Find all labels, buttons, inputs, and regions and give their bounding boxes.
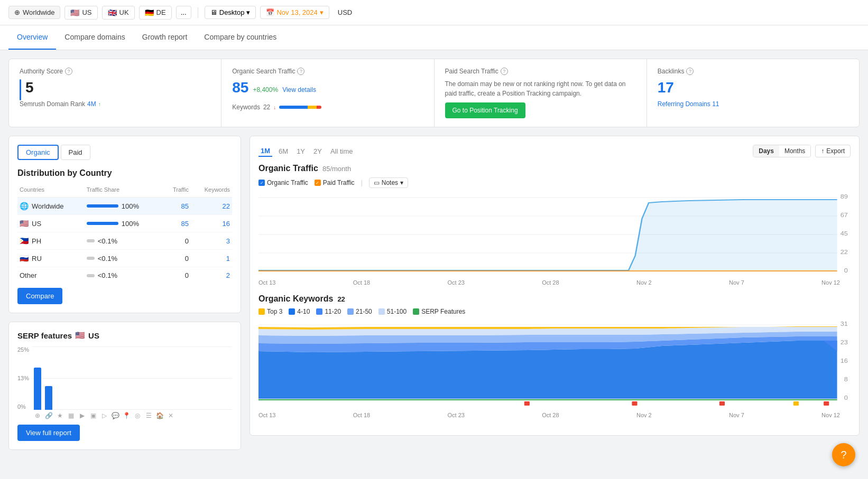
organic-search-title: Organic Search Traffic ? bbox=[232, 68, 423, 75]
time-1m[interactable]: 1M bbox=[258, 146, 272, 157]
export-btn[interactable]: ↑ Export bbox=[815, 145, 851, 157]
currency-label: USD bbox=[334, 8, 356, 16]
table-row: 🌐Worldwide 100% 85 22 bbox=[17, 198, 232, 215]
table-row: 🇵🇭PH <0.1% 0 3 bbox=[17, 232, 232, 250]
keywords-count[interactable]: 2 bbox=[191, 267, 232, 284]
months-btn[interactable]: Months bbox=[779, 145, 810, 157]
date-btn[interactable]: 📅 Nov 13, 2024 ▾ bbox=[260, 6, 329, 19]
legend-11-20: 11-20 bbox=[316, 308, 341, 315]
organic-search-card: Organic Search Traffic ? 85 +8,400% View… bbox=[221, 59, 434, 127]
time-2y[interactable]: 2Y bbox=[311, 146, 324, 157]
serp-bars-container bbox=[33, 346, 232, 410]
days-btn[interactable]: Days bbox=[753, 145, 779, 157]
toggle-paid-btn[interactable]: Paid bbox=[61, 145, 90, 160]
legend-top3: Top 3 bbox=[258, 308, 282, 315]
uk-btn[interactable]: 🇬🇧 UK bbox=[102, 6, 135, 20]
organic-traffic-title-row: Organic Traffic 85/month bbox=[258, 164, 851, 173]
de-btn[interactable]: 🇩🇪 DE bbox=[139, 6, 172, 20]
referring-row: Referring Domains 11 bbox=[658, 100, 848, 108]
legend-organic: ✓ Organic Traffic bbox=[258, 179, 308, 186]
svg-text:0: 0 bbox=[844, 395, 848, 400]
51-100-check bbox=[378, 308, 385, 315]
legend-4-10: 4-10 bbox=[289, 308, 310, 315]
svg-rect-29 bbox=[793, 401, 799, 406]
traffic-share-cell: <0.1% bbox=[85, 232, 163, 250]
right-controls: Days Months ↑ Export bbox=[753, 145, 851, 157]
right-col: 1M 6M 1Y 2Y All time Days Months ↑ bbox=[250, 136, 860, 458]
country-name: 🇷🇺RU bbox=[17, 250, 85, 267]
tab-overview[interactable]: Overview bbox=[8, 25, 56, 50]
legend-51-100: 51-100 bbox=[378, 308, 407, 315]
two-col-layout: Organic Paid Distribution by Country Cou… bbox=[8, 136, 860, 458]
time-6m[interactable]: 6M bbox=[276, 146, 290, 157]
worldwide-label: Worldwide bbox=[23, 8, 54, 16]
device-btn[interactable]: 🖥 Desktop ▾ bbox=[205, 6, 256, 19]
serp-icon: ✕ bbox=[167, 412, 175, 419]
us-btn[interactable]: 🇺🇸 US bbox=[64, 6, 97, 20]
21-50-check bbox=[347, 308, 354, 315]
svg-text:23: 23 bbox=[841, 340, 848, 345]
keywords-count[interactable]: 3 bbox=[191, 232, 232, 250]
export-label: Export bbox=[826, 147, 845, 155]
svg-rect-27 bbox=[632, 401, 637, 406]
compare-btn[interactable]: Compare bbox=[17, 288, 62, 304]
serp-icon: ★ bbox=[56, 412, 64, 419]
serp-icon: 📍 bbox=[122, 412, 131, 419]
notes-label: Notes bbox=[382, 179, 398, 186]
authority-score-card: Authority Score ? 5 Semrush Domain Rank … bbox=[9, 59, 221, 127]
authority-score-info-icon[interactable]: ? bbox=[65, 68, 72, 75]
go-to-position-tracking-btn[interactable]: Go to Position Tracking bbox=[445, 102, 525, 118]
svg-marker-10 bbox=[258, 200, 837, 271]
tab-growth-report[interactable]: Growth report bbox=[134, 25, 196, 50]
authority-score-value: 5 bbox=[25, 79, 34, 96]
organic-keywords-title-row: Organic Keywords 22 bbox=[258, 294, 851, 304]
tab-compare-domains[interactable]: Compare domains bbox=[56, 25, 133, 50]
country-name: 🇵🇭PH bbox=[17, 232, 85, 250]
view-full-report-btn[interactable]: View full report bbox=[17, 425, 80, 441]
distribution-title: Distribution by Country bbox=[17, 168, 232, 178]
referring-value[interactable]: 11 bbox=[712, 100, 719, 108]
legend-paid: ✓ Paid Traffic bbox=[315, 179, 355, 186]
rank-row: Semrush Domain Rank 4M ↑ bbox=[20, 100, 210, 108]
serp-icon: ▷ bbox=[100, 412, 108, 419]
legend-21-50: 21-50 bbox=[347, 308, 372, 315]
svg-rect-28 bbox=[719, 401, 725, 406]
more-btn[interactable]: ... bbox=[176, 6, 191, 19]
chevron-down-icon: ▾ bbox=[400, 179, 403, 186]
view-details-link[interactable]: View details bbox=[282, 86, 316, 93]
serp-chart-area: 25% 13% 0% bbox=[17, 346, 232, 410]
serp-icons-row: ⊕🔗★▦▶▣▷💬📍◎☰🏠✕ bbox=[33, 412, 232, 419]
time-all[interactable]: All time bbox=[328, 146, 355, 157]
keywords-count[interactable]: 22 bbox=[191, 198, 232, 215]
left-col: Organic Paid Distribution by Country Cou… bbox=[8, 136, 241, 458]
worldwide-btn[interactable]: ⊕ Worldwide bbox=[8, 6, 60, 19]
svg-text:22: 22 bbox=[841, 249, 848, 255]
keywords-chart: 31 23 16 8 0 bbox=[258, 320, 851, 418]
uk-label: UK bbox=[119, 8, 129, 16]
backlinks-title: Backlinks ? bbox=[658, 68, 848, 75]
tab-compare-by-countries[interactable]: Compare by countries bbox=[196, 25, 285, 50]
time-1y[interactable]: 1Y bbox=[294, 146, 307, 157]
serp-icon: ☰ bbox=[144, 412, 153, 419]
referring-label: Referring Domains bbox=[658, 100, 710, 108]
paid-search-info-icon[interactable]: ? bbox=[501, 68, 508, 75]
organic-search-info-icon[interactable]: ? bbox=[297, 68, 304, 75]
serp-icon: ⊕ bbox=[33, 412, 42, 419]
keywords-count[interactable]: 16 bbox=[191, 215, 232, 232]
traffic-value: 85 bbox=[163, 215, 191, 232]
4-10-check bbox=[289, 308, 295, 315]
keywords-count[interactable]: 1 bbox=[191, 250, 232, 267]
globe-icon: ⊕ bbox=[14, 8, 20, 16]
serp-features-check bbox=[413, 308, 419, 315]
serp-icon: 🏠 bbox=[155, 412, 164, 419]
notes-btn[interactable]: ▭ Notes ▾ bbox=[369, 177, 408, 188]
rank-value[interactable]: 4M bbox=[87, 100, 96, 108]
de-flag: 🇩🇪 bbox=[145, 8, 154, 17]
svg-text:31: 31 bbox=[841, 321, 848, 326]
organic-search-value: 85 bbox=[232, 79, 248, 96]
backlinks-info-icon[interactable]: ? bbox=[686, 68, 694, 75]
legend-organic-label: Organic Traffic bbox=[267, 179, 308, 186]
organic-keywords-value: 22 bbox=[337, 295, 345, 303]
help-btn[interactable]: ? bbox=[832, 443, 855, 466]
toggle-organic-btn[interactable]: Organic bbox=[17, 145, 59, 160]
